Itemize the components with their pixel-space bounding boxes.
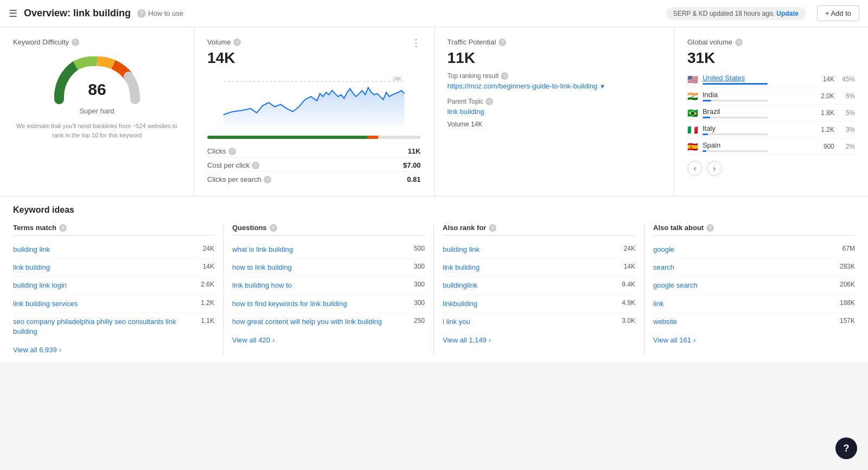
keyword-link[interactable]: linkbuilding — [443, 299, 477, 309]
country-name: United States — [703, 74, 745, 82]
terms-match-col: Terms match ? building link 24K link bui… — [13, 224, 224, 354]
also-rank-info-icon[interactable]: ? — [489, 224, 496, 232]
list-item: seo company philadelphia philly seo cons… — [13, 313, 214, 340]
keyword-link[interactable]: link building — [13, 263, 50, 272]
questions-info-icon[interactable]: ? — [270, 224, 277, 232]
list-item: building link 24K — [13, 241, 214, 259]
keyword-link[interactable]: link building — [443, 263, 480, 272]
parent-volume-section: Volume 14K — [448, 120, 661, 128]
keyword-link[interactable]: how to link building — [232, 263, 292, 272]
menu-icon[interactable]: ☰ — [9, 8, 17, 20]
header: ☰ Overview: link building ? How to use S… — [0, 0, 868, 27]
parent-topic-value[interactable]: link building — [448, 107, 484, 116]
prev-country-button[interactable]: ‹ — [687, 161, 703, 176]
keyword-volume: 283K — [840, 263, 855, 270]
keyword-ideas-section: Keyword ideas Terms match ? building lin… — [0, 196, 868, 363]
list-item: google 67M — [653, 241, 855, 259]
how-to-use-link[interactable]: ? How to use — [137, 9, 183, 18]
traffic-title: Traffic Potential ? — [448, 38, 661, 46]
also-talk-items: google 67M search 283K google search 206… — [653, 241, 855, 331]
list-item: link building services 1.2K — [13, 295, 214, 313]
volume-info-icon[interactable]: ? — [233, 39, 241, 46]
also-rank-view-all[interactable]: View all 1,149 › — [443, 336, 635, 344]
country-name: Brazil — [703, 107, 720, 116]
keyword-link[interactable]: how great content will help you with lin… — [232, 317, 382, 327]
keyword-link[interactable]: link building services — [13, 299, 78, 309]
global-volume-value: 31K — [687, 49, 855, 67]
cps-value: 0.81 — [407, 175, 420, 183]
keyword-link[interactable]: building link login — [13, 281, 67, 290]
cpc-row: Cost per click ? $7.00 — [207, 160, 420, 172]
keyword-link[interactable]: google — [653, 245, 674, 255]
keyword-link[interactable]: link — [653, 299, 664, 309]
keyword-link[interactable]: seo company philadelphia philly seo cons… — [13, 317, 196, 336]
country-name: Italy — [703, 124, 716, 132]
keyword-link[interactable]: how to find keywords for link building — [232, 299, 347, 309]
keyword-volume: 14K — [203, 263, 214, 270]
keyword-volume: 1.1K — [201, 317, 214, 325]
top-ranking-url[interactable]: https://moz.com/beginners-guide-to-link-… — [448, 82, 598, 90]
keyword-link[interactable]: building link — [443, 245, 480, 255]
top-ranking-info-icon[interactable]: ? — [501, 72, 508, 80]
ideas-grid: Terms match ? building link 24K link bui… — [13, 224, 855, 354]
gauge-chart: 86 — [48, 50, 146, 105]
clicks-row: Clicks ? 11K — [207, 145, 420, 157]
add-to-button[interactable]: + Add to — [817, 5, 859, 21]
volume-value: 14K — [207, 49, 241, 67]
list-item: i link you 3.0K — [443, 313, 635, 331]
cps-row: Clicks per search ? 0.81 — [207, 174, 420, 185]
traffic-info-icon[interactable]: ? — [499, 39, 506, 46]
global-volume-nav: ‹ › — [687, 161, 855, 176]
keyword-link[interactable]: i link you — [443, 317, 470, 327]
cps-info-icon[interactable]: ? — [264, 176, 271, 183]
list-item: link building 14K — [13, 259, 214, 277]
next-country-button[interactable]: › — [707, 161, 722, 176]
country-flag: 🇮🇹 — [687, 125, 698, 135]
volume-menu-icon[interactable]: ⋮ — [411, 38, 421, 48]
country-row: 🇺🇸 United States 14K 45% — [687, 71, 855, 88]
global-volume-card: Global volume ? 31K 🇺🇸 United States 14K… — [674, 27, 868, 196]
keyword-link[interactable]: website — [653, 317, 677, 327]
also-talk-about-info-icon[interactable]: ? — [706, 224, 714, 232]
cpc-info-icon[interactable]: ? — [252, 162, 259, 169]
clicks-info-icon[interactable]: ? — [228, 148, 236, 155]
update-bar: SERP & KD updated 18 hours ago. Update — [666, 7, 806, 20]
country-flag: 🇮🇳 — [687, 91, 698, 101]
keyword-volume: 1.2K — [201, 299, 214, 307]
terms-match-header: Terms match ? — [13, 224, 214, 236]
list-item: what is link building 500 — [232, 241, 425, 259]
list-item: link building 14K — [443, 259, 635, 277]
traffic-value: 11K — [448, 49, 661, 67]
keyword-link[interactable]: link building how to — [232, 281, 292, 290]
kd-info-icon[interactable]: ? — [72, 39, 79, 46]
keyword-link[interactable]: building link — [13, 245, 50, 255]
keyword-difficulty-card: Keyword Difficulty ? 86 Super hard We e — [0, 27, 194, 196]
list-item: link 188K — [653, 295, 855, 313]
country-volume: 1.8K — [813, 109, 834, 117]
questions-view-all[interactable]: View all 420 › — [232, 336, 425, 344]
update-link[interactable]: Update — [776, 10, 799, 17]
kd-card-title: Keyword Difficulty ? — [13, 38, 181, 46]
parent-topic-info-icon[interactable]: ? — [486, 98, 493, 105]
country-row: 🇪🇸 Spain 900 2% — [687, 138, 855, 155]
volume-chart: 18K — [207, 75, 420, 130]
terms-match-info-icon[interactable]: ? — [59, 224, 67, 232]
url-dropdown-icon[interactable]: ▼ — [599, 83, 605, 90]
also-talk-view-all[interactable]: View all 161 › — [653, 336, 855, 344]
keyword-link[interactable]: what is link building — [232, 245, 293, 255]
top-ranking-section: Top ranking result ? https://moz.com/beg… — [448, 72, 661, 90]
page-title: Overview: link building — [24, 8, 131, 19]
keyword-link[interactable]: search — [653, 263, 674, 272]
global-volume-title: Global volume ? — [687, 38, 855, 46]
questions-header: Questions ? — [232, 224, 425, 236]
keyword-ideas-title: Keyword ideas — [13, 205, 855, 215]
keyword-volume: 14K — [624, 263, 635, 270]
terms-match-view-all[interactable]: View all 6,939 › — [13, 346, 214, 354]
keyword-link[interactable]: google search — [653, 281, 698, 290]
keyword-link[interactable]: buildinglink — [443, 281, 477, 290]
keyword-volume: 24K — [203, 245, 214, 252]
keyword-volume: 300 — [414, 263, 425, 270]
country-percent: 2% — [839, 143, 855, 150]
list-item: linkbuilding 4.9K — [443, 295, 635, 313]
global-volume-info-icon[interactable]: ? — [735, 39, 743, 46]
